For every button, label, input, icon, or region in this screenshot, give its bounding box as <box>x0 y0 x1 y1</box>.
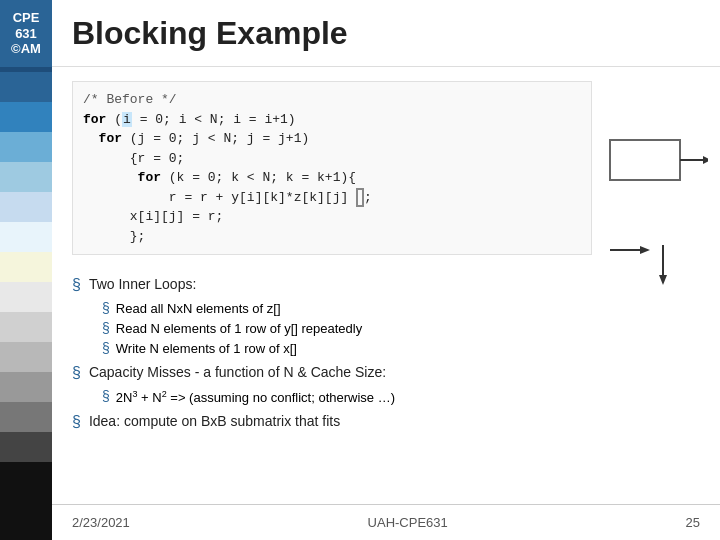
bullet-1-icon: § <box>72 276 81 294</box>
code-line-2: for (j = 0; j < N; j = j+1) <box>83 129 581 149</box>
footer: 2/23/2021 UAH-CPE631 25 <box>52 504 720 540</box>
svg-rect-0 <box>610 140 680 180</box>
diagram-svg <box>608 135 708 335</box>
bullet-3: § Idea: compute on BxB submatrix that fi… <box>72 412 700 432</box>
bullet-3-icon: § <box>72 413 81 431</box>
code-block: /* Before */ for (i = 0; i < N; i = i+1)… <box>72 81 592 255</box>
sub-bullets-2: § 2N3 + N2 => (assuming no conflict; oth… <box>102 388 700 408</box>
sub-bullet-1-3-text: Write N elements of 1 row of x[] <box>116 340 297 358</box>
sub-bullet-1-2-icon: § <box>102 320 110 336</box>
footer-center: UAH-CPE631 <box>368 515 448 530</box>
code-line-1: for (i = 0; i < N; i = i+1) <box>83 110 581 130</box>
bullet-3-text: Idea: compute on BxB submatrix that fits <box>89 412 340 432</box>
footer-page: 25 <box>686 515 700 530</box>
code-line-7: }; <box>83 227 581 247</box>
bullet-1-text: Two Inner Loops: <box>89 275 196 295</box>
page-title: Blocking Example <box>72 15 348 52</box>
sub-bullet-2-1-icon: § <box>102 388 110 404</box>
sub-bullet-1-1-text: Read all NxN elements of z[] <box>116 300 281 318</box>
sub-bullet-2-1: § 2N3 + N2 => (assuming no conflict; oth… <box>102 388 700 408</box>
sub-bullet-1-2-text: Read N elements of 1 row of y[] repeated… <box>116 320 362 338</box>
code-line-5: r = r + y[i][k]*z[k][j] ​; <box>83 188 581 208</box>
header: Blocking Example <box>52 0 720 67</box>
sub-bullet-1-3: § Write N elements of 1 row of x[] <box>102 340 700 358</box>
code-comment: /* Before */ <box>83 90 581 110</box>
bullet-2: § Capacity Misses - a function of N & Ca… <box>72 363 700 383</box>
main-content: /* Before */ for (i = 0; i < N; i = i+1)… <box>52 67 720 504</box>
svg-marker-4 <box>659 275 667 285</box>
bullet-2-icon: § <box>72 364 81 382</box>
svg-marker-6 <box>640 246 650 254</box>
footer-date: 2/23/2021 <box>72 515 130 530</box>
bullets-section: § Two Inner Loops: § Read all NxN elemen… <box>72 275 700 432</box>
code-line-6: x[i][j] = r; <box>83 207 581 227</box>
sub-bullet-2-1-text: 2N3 + N2 => (assuming no conflict; other… <box>116 388 395 408</box>
sub-bullet-1-1-icon: § <box>102 300 110 316</box>
color-bar <box>0 0 52 540</box>
logo: CPE 631 ©AM <box>0 0 52 67</box>
bullet-1: § Two Inner Loops: <box>72 275 700 295</box>
code-line-4: for (k = 0; k < N; k = k+1){ <box>83 168 581 188</box>
bullet-2-text: Capacity Misses - a function of N & Cach… <box>89 363 386 383</box>
svg-marker-2 <box>703 156 708 164</box>
sub-bullet-1-3-icon: § <box>102 340 110 356</box>
logo-text: CPE 631 ©AM <box>11 10 41 57</box>
code-line-3: {r = 0; <box>83 149 581 169</box>
